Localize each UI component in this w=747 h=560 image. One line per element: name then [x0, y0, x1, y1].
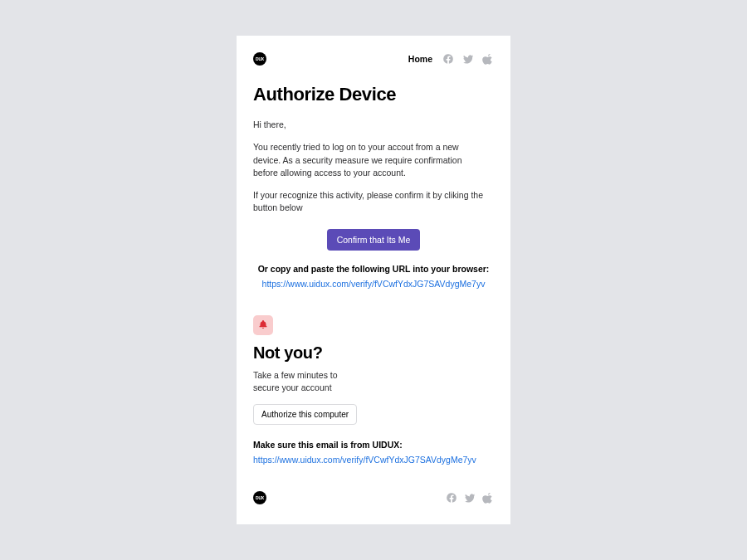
apple-icon[interactable]: [482, 53, 494, 65]
confirm-button[interactable]: Confirm that Its Me: [327, 229, 421, 251]
greeting-text: Hi there,: [253, 119, 494, 131]
footer: DUX: [253, 491, 494, 504]
authorize-computer-button[interactable]: Authorize this computer: [253, 404, 357, 425]
not-you-copy: Take a few minutes to secure your accoun…: [253, 369, 361, 393]
verify-block: Make sure this email is from UIDUX: http…: [253, 440, 494, 466]
brand-logo: DUX: [253, 52, 266, 66]
cta-row: Confirm that Its Me: [253, 229, 494, 251]
header: DUX Home: [253, 52, 494, 66]
alert-icon-tile: [253, 315, 273, 335]
verify-source-url[interactable]: https://www.uidux.com/verify/fVCwfYdxJG7…: [253, 455, 476, 465]
verify-source-label: Make sure this email is from UIDUX:: [253, 440, 494, 450]
apple-icon[interactable]: [482, 492, 494, 504]
not-you-title: Not you?: [253, 343, 494, 363]
footer-brand-logo: DUX: [253, 491, 266, 504]
facebook-icon[interactable]: [442, 53, 454, 65]
home-link[interactable]: Home: [408, 54, 432, 64]
facebook-icon[interactable]: [446, 492, 457, 504]
verify-url-link[interactable]: https://www.uidux.com/verify/fVCwfYdxJG7…: [262, 279, 486, 289]
url-block: Or copy and paste the following URL into…: [253, 264, 494, 290]
bell-icon: [258, 318, 268, 333]
url-instruction-label: Or copy and paste the following URL into…: [253, 264, 494, 274]
twitter-icon[interactable]: [462, 53, 474, 65]
email-card: DUX Home Authorize Device Hi there, You …: [237, 36, 510, 524]
header-nav: Home: [408, 53, 494, 65]
intro-paragraph: You recently tried to log on to your acc…: [253, 141, 487, 179]
confirm-prompt: If your recognize this activity, please …: [253, 189, 494, 214]
footer-social-icons: [446, 492, 494, 504]
page-title: Authorize Device: [253, 84, 494, 105]
twitter-icon[interactable]: [464, 492, 476, 504]
